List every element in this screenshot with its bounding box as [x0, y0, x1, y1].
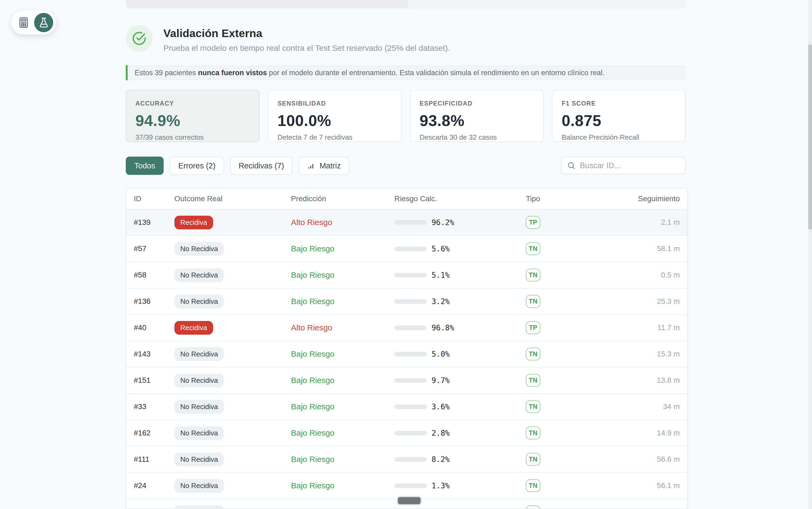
outcome-badge: No Recidiva — [174, 242, 224, 256]
prediction-label: Alto Riesgo — [291, 218, 332, 227]
table-row[interactable]: #143 No Recidiva Bajo Riesgo 5.0% TN 15.… — [126, 341, 687, 367]
results-table: ID Outcome Real Predicción Riesgo Calc. … — [126, 188, 688, 509]
banner-text-bold: nunca fueron vistos — [198, 69, 267, 77]
followup-months: 56.6 m — [628, 455, 680, 464]
risk-cell: 9.7% — [395, 376, 526, 385]
metric-value: 93.8% — [420, 111, 534, 130]
vertical-scrollbar-thumb[interactable] — [808, 44, 812, 230]
filter-errores-button[interactable]: Errores (2) — [170, 157, 224, 175]
classification-badge: TP — [526, 321, 540, 334]
classification-badge: TN — [526, 400, 540, 413]
classification-badge: TN — [526, 453, 540, 466]
prediction-label: Bajo Riesgo — [291, 455, 335, 464]
filter-buttons: Todos Errores (2) Recidivas (7) Matriz — [126, 157, 349, 175]
bar-chart-icon — [307, 162, 315, 170]
search-box — [561, 157, 686, 174]
patient-id: #136 — [134, 297, 174, 306]
outcome-badge: No Recidiva — [174, 347, 224, 361]
risk-cell: 5.6% — [395, 244, 526, 253]
classification-badge: TP — [526, 216, 540, 229]
toolbar: Todos Errores (2) Recidivas (7) Matriz — [126, 157, 686, 175]
patient-id: #139 — [134, 218, 174, 227]
column-header-tipo: Tipo — [526, 195, 628, 203]
followup-months: 58.1 m — [628, 244, 680, 253]
followup-months: 11.7 m — [628, 324, 680, 332]
column-header-outcome: Outcome Real — [174, 195, 291, 203]
validation-mode-button[interactable] — [34, 13, 53, 32]
metric-subtext: Detecta 7 de 7 recidivas — [277, 133, 392, 141]
risk-percentage: 8.2% — [432, 455, 449, 464]
table-row[interactable]: #57 No Recidiva Bajo Riesgo 5.6% TN 58.1… — [126, 235, 687, 262]
top-segment-right — [408, 0, 686, 8]
metric-card-accuracy: ACCURACY 94.9% 37/39 casos correctos — [126, 90, 260, 142]
filter-label: Recidivas (7) — [239, 162, 284, 170]
followup-months: 34 m — [628, 402, 680, 411]
metric-value: 94.9% — [135, 111, 250, 130]
patient-id: #40 — [134, 324, 174, 332]
risk-bar-track — [395, 220, 427, 225]
risk-bar-track — [395, 431, 427, 435]
followup-months: 2.1 m — [628, 218, 680, 227]
table-row[interactable]: #24 No Recidiva Bajo Riesgo 1.3% TN 56.1… — [126, 472, 687, 499]
risk-bar-track — [395, 457, 427, 462]
risk-cell: 3.6% — [395, 402, 526, 411]
metric-label: F1 SCORE — [562, 100, 676, 107]
followup-months: 15.3 m — [628, 350, 680, 358]
risk-bar-track — [395, 326, 427, 330]
table-row[interactable]: #151 No Recidiva Bajo Riesgo 9.7% TN 13.… — [126, 367, 687, 393]
top-segment-left — [126, 0, 408, 8]
risk-cell: 3.2% — [395, 297, 526, 306]
risk-bar-track — [395, 352, 427, 357]
table-row[interactable]: #58 No Recidiva Bajo Riesgo 5.1% TN 0.5 … — [126, 262, 687, 288]
prediction-label: Bajo Riesgo — [291, 270, 335, 279]
risk-cell: 5.0% — [395, 350, 526, 359]
classification-badge: TN — [526, 242, 540, 255]
patient-id: #24 — [134, 481, 174, 490]
risk-percentage: 5.0% — [432, 350, 449, 359]
metric-subtext: Balance Precisión-Recall — [562, 133, 676, 141]
outcome-badge: No Recidiva — [174, 400, 224, 414]
filter-matriz-button[interactable]: Matriz — [299, 157, 349, 175]
filter-recidivas-button[interactable]: Recidivas (7) — [230, 157, 293, 175]
risk-cell: 1.3% — [395, 481, 526, 490]
outcome-badge: Recidiva — [174, 216, 213, 229]
patient-id: #151 — [134, 376, 174, 385]
top-segmented-control-remnant — [126, 0, 686, 8]
risk-cell: 2.8% — [395, 429, 526, 438]
outcome-badge: Recidiva — [174, 321, 213, 335]
table-row[interactable]: #111 No Recidiva Bajo Riesgo 8.2% TN 56.… — [126, 446, 687, 472]
prediction-label: Bajo Riesgo — [291, 481, 335, 490]
table-row[interactable]: #33 No Recidiva Bajo Riesgo 3.6% TN 34 m — [126, 393, 687, 419]
horizontal-scrollbar-thumb[interactable] — [398, 497, 420, 504]
risk-bar-track — [395, 246, 427, 251]
calculator-mode-button[interactable] — [14, 13, 33, 32]
followup-months: 25.3 m — [628, 297, 680, 306]
classification-badge: TN — [526, 427, 540, 439]
flask-icon — [38, 17, 49, 28]
classification-badge: TN — [526, 295, 540, 308]
table-row[interactable]: #139 Recidiva Alto Riesgo 96.2% TP 2.1 m — [126, 209, 687, 235]
risk-percentage: 9.7% — [432, 376, 449, 385]
mode-toggle — [11, 11, 56, 34]
search-input[interactable] — [580, 161, 681, 170]
table-row[interactable]: #40 Recidiva Alto Riesgo 96.8% TP 11.7 m — [126, 314, 687, 341]
prediction-label: Bajo Riesgo — [291, 244, 335, 253]
risk-percentage: 96.8% — [432, 324, 454, 332]
metric-card-sensibilidad: SENSIBILIDAD 100.0% Detecta 7 de 7 recid… — [268, 90, 402, 142]
table-row[interactable]: #162 No Recidiva Bajo Riesgo 2.8% TN 14.… — [126, 419, 687, 446]
filter-todos-button[interactable]: Todos — [126, 157, 164, 175]
prediction-label: Bajo Riesgo — [291, 297, 335, 306]
prediction-label: Bajo Riesgo — [291, 376, 335, 385]
filter-label: Todos — [134, 162, 155, 170]
risk-percentage: 5.6% — [432, 244, 449, 253]
risk-cell: 5.1% — [395, 271, 526, 280]
prediction-label: Alto Riesgo — [291, 323, 332, 332]
risk-bar-track — [395, 378, 427, 383]
risk-bar-track — [395, 273, 427, 277]
filter-label: Errores (2) — [178, 162, 215, 170]
patient-id: #143 — [134, 350, 174, 358]
metric-subtext: Descarta 30 de 32 casos — [420, 133, 534, 141]
metric-card-f1score: F1 SCORE 0.875 Balance Precisión-Recall — [552, 90, 686, 142]
classification-badge: TN — [526, 506, 540, 509]
table-row[interactable]: #136 No Recidiva Bajo Riesgo 3.2% TN 25.… — [126, 288, 687, 314]
